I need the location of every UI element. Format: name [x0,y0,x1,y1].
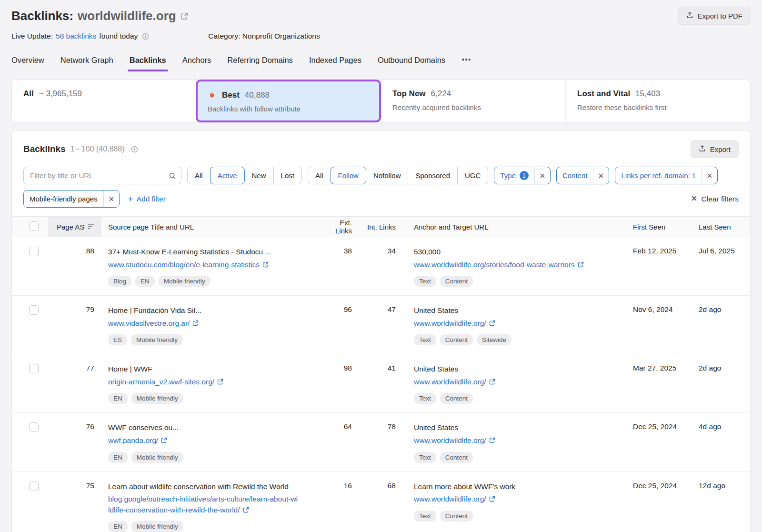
filter-chip-mobile-friendly[interactable]: Mobile-friendly pages [23,190,120,208]
activity-new[interactable]: New [245,167,274,184]
source-url-link[interactable]: wwf.panda.org/ [108,436,158,444]
flame-icon [208,90,216,100]
anchor-text: Learn more about WWF’s work [414,482,611,492]
add-filter-label: Add filter [137,195,166,203]
external-link-icon[interactable] [180,12,188,21]
backlinks-page: Backlinks: worldwildlife.org Export to P… [0,0,762,532]
tag-pill: ES [108,334,127,345]
card-all[interactable]: All ~ 3,965,159 [12,80,196,122]
card-best[interactable]: Best 40,888 Backlinks with follow attrib… [196,80,381,122]
tag-pill: Mobile friendly [131,452,183,463]
add-filter-button[interactable]: + Add filter [128,194,166,203]
filter-chip-content[interactable]: Content [556,167,610,184]
target-url-link[interactable]: www.worldwildlife.org/ [414,436,486,444]
source-url-link[interactable]: www.studocu.com/blog/en/e-learning-stati… [108,261,260,269]
table-row: 76 WWF conserves ou... wwf.panda.org/ EN… [12,413,750,472]
search-icon[interactable] [169,172,176,180]
live-update-count-link[interactable]: 58 backlinks [56,32,96,40]
int-links-count: 78 [358,422,401,431]
backlinks-panel: Backlinks 1 - 100 (40,888) Export [11,130,751,532]
follow-ugc[interactable]: UGC [458,167,488,184]
chip-label: Content [562,171,588,180]
info-icon[interactable] [142,33,149,40]
source-url-link[interactable]: www.vidasilvestre.org.ar/ [108,319,190,327]
info-icon[interactable] [131,146,138,153]
live-update-suffix: found today [99,32,138,40]
close-icon [691,195,697,203]
source-title: WWF conserves ou... [108,422,299,433]
live-update-label: Live Update: [11,32,53,40]
tag-pill: Mobile friendly [131,521,183,532]
activity-active[interactable]: Active [210,167,245,184]
anchor-text: United States [414,364,611,374]
activity-all[interactable]: All [187,167,211,184]
row-checkbox[interactable] [29,247,39,256]
source-tags: ENMobile friendly [108,393,299,404]
remove-filter-icon[interactable] [103,191,119,207]
follow-nofollow[interactable]: Nofollow [366,167,409,184]
page-as-score: 75 [48,482,101,490]
remove-filter-icon[interactable] [593,167,609,184]
column-page-as[interactable]: Page AS [48,217,101,237]
card-top-new[interactable]: Top New 6,224 Recently acquired backlink… [381,80,565,122]
filter-chip-links-per-domain[interactable]: Links per ref. domain: 1 [615,167,718,184]
tag-pill: Content [440,334,473,345]
filter-chip-type[interactable]: Type 1 [494,167,551,184]
follow-all[interactable]: All [308,167,331,184]
source-title: 37+ Must-Know E-Learning Statistics - St… [108,247,299,257]
more-tabs-button[interactable]: ⋯ [461,54,472,68]
tab-outbound-domains[interactable]: Outbound Domains [378,56,445,67]
external-link-icon [489,320,495,326]
row-checkbox[interactable] [29,482,39,491]
clear-filters-button[interactable]: Clear filters [691,195,739,203]
external-link-icon [578,261,584,268]
tab-anchors[interactable]: Anchors [182,56,211,67]
target-url-link[interactable]: www.worldwildlife.org/ [414,378,486,386]
follow-sponsored[interactable]: Sponsored [408,167,458,184]
int-links-count: 34 [358,247,401,255]
ext-links-count: 98 [321,364,358,372]
anchor-text: United States [414,305,611,316]
activity-lost[interactable]: Lost [274,167,302,184]
ext-links-count: 38 [321,247,358,255]
row-checkbox[interactable] [29,364,39,373]
remove-filter-icon[interactable] [534,167,550,184]
follow-filter: All Follow Nofollow Sponsored UGC [308,167,488,184]
source-url-link[interactable]: blog.google/outreach-initiatives/arts-cu… [108,495,298,513]
tag-pill: Mobile friendly [131,334,183,345]
target-url-link[interactable]: www.worldwildlife.org/ [414,495,486,503]
row-checkbox[interactable] [29,305,39,315]
ext-links-count: 64 [321,422,358,431]
tab-overview[interactable]: Overview [11,56,44,67]
search-input[interactable] [23,167,181,184]
tag-pill: Content [440,393,473,404]
remove-filter-icon[interactable] [702,167,717,184]
tag-pill: EN [108,452,128,463]
tabs: OverviewNetwork GraphBacklinksAnchorsRef… [11,54,751,68]
page-as-score: 79 [48,305,101,314]
follow-follow[interactable]: Follow [331,167,366,184]
tab-network-graph[interactable]: Network Graph [60,56,113,67]
source-url-link[interactable]: origin-armenia_v2.wwf-sites.org/ [108,378,214,386]
target-tags: TextContent [414,276,611,287]
card-lost-and-vital[interactable]: Lost and Vital 15,403 Restore these back… [565,80,750,122]
last-seen: 2d ago [687,305,750,314]
table-header: Page AS Source page Title and URL Ext. L… [12,216,750,237]
tab-indexed-pages[interactable]: Indexed Pages [309,56,361,67]
card-value: ~ 3,965,159 [39,89,82,99]
int-links-count: 41 [358,364,401,372]
anchor-text: United States [414,422,611,433]
external-link-icon [489,496,495,502]
clear-filters-label: Clear filters [702,195,739,203]
select-all-checkbox[interactable] [29,221,39,231]
export-button[interactable]: Export [691,140,739,158]
tab-backlinks[interactable]: Backlinks [130,56,166,67]
sort-icon [88,223,94,231]
external-link-icon [243,507,249,513]
source-title: Learn about wildlife conservation with R… [108,482,299,492]
export-to-pdf-button[interactable]: Export to PDF [678,7,751,25]
tab-referring-domains[interactable]: Referring Domains [227,56,293,67]
row-checkbox[interactable] [29,422,39,432]
target-url-link[interactable]: www.worldwildlife.org/ [414,319,486,327]
target-url-link[interactable]: www.worldwildlife.org/stories/food-waste… [414,261,575,269]
